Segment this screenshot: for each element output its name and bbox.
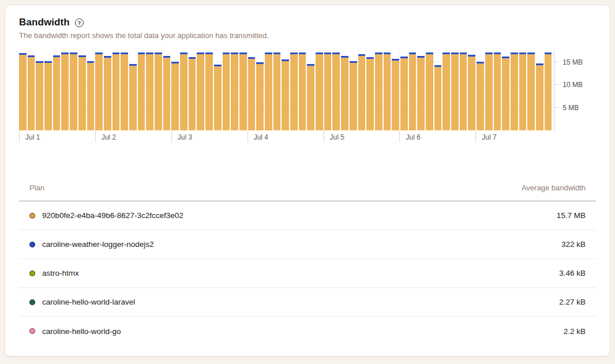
stacked-bar — [61, 52, 69, 130]
stacked-bar — [239, 52, 247, 130]
stacked-bar — [341, 56, 348, 130]
bar-segment-orange — [341, 58, 348, 130]
bar-segment-orange — [205, 54, 213, 130]
stacked-bar — [104, 56, 111, 130]
bar-segment-orange — [332, 54, 340, 130]
stacked-bar — [189, 57, 196, 130]
bar-segment-orange — [189, 59, 196, 130]
average-bandwidth-value: 322 kB — [561, 240, 586, 249]
bar-segment-orange — [527, 54, 535, 130]
bar-segment-orange — [442, 54, 450, 130]
stacked-bar — [155, 52, 162, 130]
stacked-bar — [53, 55, 61, 130]
stacked-bar — [434, 65, 442, 130]
stacked-bar — [468, 55, 475, 130]
bar-segment-orange — [400, 58, 408, 130]
bar-segment-orange — [95, 54, 103, 130]
bar-segment-orange — [392, 61, 399, 130]
y-axis-tick — [554, 84, 559, 85]
bar-segment-orange — [265, 54, 272, 130]
stacked-bar — [223, 52, 230, 130]
bar-segment-orange — [197, 54, 204, 130]
bar-segment-orange — [545, 54, 552, 130]
x-axis-label: Jul 7 — [475, 130, 552, 142]
bar-segment-orange — [324, 54, 332, 130]
stacked-bar — [358, 54, 366, 130]
bar-segment-orange — [231, 54, 238, 130]
card-header: Bandwidth ? — [19, 17, 596, 28]
bar-segment-orange — [78, 57, 86, 130]
chart-x-axis: Jul 1Jul 2Jul 3Jul 4Jul 5Jul 6Jul 7 — [19, 130, 552, 144]
stacked-bar — [316, 52, 323, 130]
stacked-bar — [400, 57, 408, 130]
bar-segment-orange — [519, 54, 527, 130]
stacked-bar — [324, 52, 332, 130]
bar-segment-orange — [70, 54, 77, 130]
x-axis-label: Jul 3 — [171, 130, 247, 142]
stacked-bar — [87, 61, 95, 130]
bar-segment-orange — [256, 64, 264, 130]
stacked-bar — [519, 52, 527, 130]
bar-segment-orange — [350, 63, 357, 130]
bar-segment-orange — [358, 56, 366, 130]
table-header: Plan Average bandwidth — [19, 180, 596, 201]
stacked-bar — [536, 63, 543, 130]
bar-segment-orange — [366, 59, 374, 130]
bar-segment-orange — [460, 54, 467, 130]
bar-segment-orange — [307, 66, 314, 130]
average-bandwidth-value: 2.2 kB — [564, 327, 586, 336]
bar-segment-orange — [248, 59, 256, 130]
bandwidth-card: Bandwidth ? The bandwidth report shows t… — [5, 5, 610, 357]
stacked-bar — [19, 53, 27, 130]
stacked-bar — [545, 52, 552, 130]
help-icon[interactable]: ? — [75, 18, 84, 27]
bar-segment-orange — [273, 54, 281, 130]
bar-segment-orange — [180, 54, 187, 130]
table-body: 920b0fe2-e4ba-49b6-8627-3c2fccef3e0215.7… — [19, 201, 596, 346]
stacked-bar — [36, 61, 43, 130]
bar-segment-orange — [19, 55, 27, 131]
stacked-bar — [121, 52, 128, 130]
bar-segment-orange — [223, 54, 230, 130]
bar-segment-orange — [214, 66, 222, 130]
stacked-bar — [451, 52, 459, 130]
y-axis-label: 10 MB — [562, 81, 583, 89]
bar-segment-orange — [138, 54, 145, 130]
y-axis-label: 15 MB — [562, 58, 583, 66]
bar-segment-orange — [44, 63, 52, 130]
stacked-bar — [265, 52, 272, 130]
stacked-bar — [332, 52, 340, 130]
plan-color-dot — [29, 213, 35, 219]
bar-segment-orange — [468, 57, 475, 130]
bar-segment-orange — [502, 58, 509, 130]
stacked-bar — [366, 57, 374, 130]
chart-y-axis — [554, 50, 560, 130]
stacked-bar — [384, 52, 391, 130]
stacked-bar — [180, 52, 187, 130]
stacked-bar — [307, 64, 314, 130]
stacked-bar — [375, 52, 382, 130]
card-subtitle: The bandwidth report shows the total dat… — [19, 31, 596, 40]
column-header-average-bandwidth: Average bandwidth — [522, 183, 586, 192]
column-header-plan: Plan — [29, 183, 44, 192]
plan-name: astro-htmx — [42, 269, 79, 277]
bars-layer — [19, 50, 552, 130]
stacked-bar — [502, 57, 509, 130]
stacked-bar — [146, 52, 153, 130]
stacked-bar — [511, 52, 518, 130]
y-axis-tick — [554, 107, 559, 108]
bar-segment-orange — [87, 63, 95, 130]
bar-segment-orange — [316, 54, 323, 130]
stacked-bar — [248, 57, 256, 130]
table-row: 920b0fe2-e4ba-49b6-8627-3c2fccef3e0215.7… — [19, 201, 596, 230]
x-axis-label: Jul 2 — [95, 130, 171, 142]
bar-segment-orange — [494, 54, 501, 130]
stacked-bar — [350, 61, 357, 130]
plan-color-dot — [29, 271, 35, 276]
x-axis-label: Jul 5 — [324, 130, 400, 142]
bar-segment-orange — [426, 54, 433, 130]
table-row: caroline-hello-world-laravel2.27 kB — [19, 288, 596, 317]
stacked-bar — [163, 56, 171, 130]
bar-segment-orange — [36, 63, 43, 130]
plan-color-dot — [29, 328, 35, 334]
